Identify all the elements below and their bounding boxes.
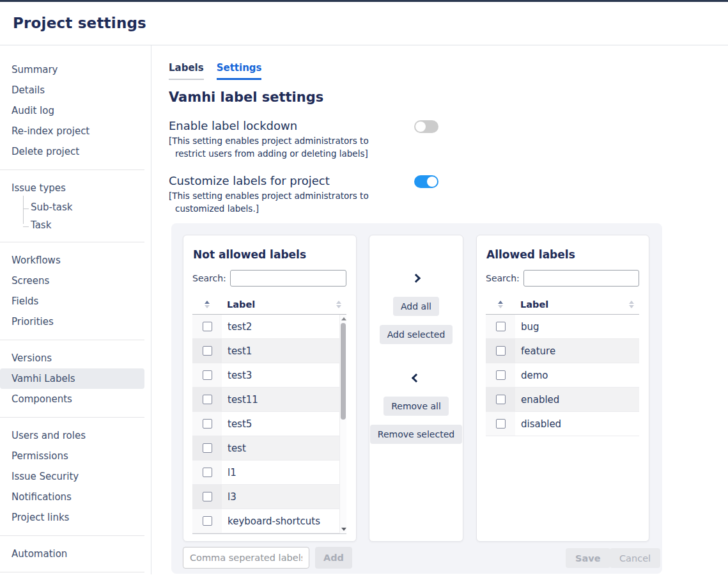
table-row[interactable]: demo	[486, 363, 639, 388]
sidebar-item-automation[interactable]: Automation	[0, 544, 151, 564]
scrollbar-up-arrow-icon[interactable]	[341, 317, 346, 320]
sidebar-item-reindex-project[interactable]: Re-index project	[0, 121, 151, 141]
panel-title: Not allowed labels	[193, 248, 346, 261]
add-all-button[interactable]: Add all	[393, 297, 439, 316]
sidebar-item-fields[interactable]: Fields	[0, 291, 151, 311]
chevron-right-icon	[412, 274, 421, 283]
tab-labels[interactable]: Labels	[169, 62, 204, 80]
label-column-sort-control[interactable]	[331, 301, 346, 308]
sort-arrows-icon	[629, 301, 634, 308]
checkbox-cell	[192, 436, 222, 460]
row-checkbox[interactable]	[203, 346, 212, 356]
sidebar-item-summary[interactable]: Summary	[0, 59, 151, 80]
sidebar-item-details[interactable]: Details	[0, 80, 151, 100]
row-label: keyboard-shortcuts	[222, 509, 339, 533]
sidebar-item-issue-security[interactable]: Issue Security	[0, 466, 151, 487]
row-label: test2	[222, 315, 339, 338]
sidebar-item-permissions[interactable]: Permissions	[0, 446, 151, 466]
row-checkbox[interactable]	[203, 322, 212, 331]
table-row[interactable]: test5	[192, 412, 339, 436]
sidebar-item-delete-project[interactable]: Delete project	[0, 141, 151, 162]
remove-selected-button[interactable]: Remove selected	[370, 425, 462, 444]
row-checkbox[interactable]	[203, 443, 212, 453]
sidebar-item-workflows[interactable]: Workflows	[0, 250, 151, 271]
sidebar-item-versions[interactable]: Versions	[0, 348, 151, 368]
checkbox-cell	[486, 339, 515, 363]
sidebar-divider	[0, 417, 144, 418]
tab-settings[interactable]: Settings	[217, 62, 262, 80]
toggle-knob	[415, 122, 426, 132]
row-label: l1	[222, 461, 339, 484]
panel-title: Allowed labels	[486, 248, 639, 261]
sidebar-divider	[0, 572, 144, 572]
row-checkbox[interactable]	[203, 370, 212, 380]
checkbox-cell	[486, 363, 515, 387]
table-row[interactable]: keyboard-shortcuts	[192, 509, 339, 533]
sidebar-item-audit-log[interactable]: Audit log	[0, 100, 151, 121]
customize-labels-toggle[interactable]	[414, 175, 438, 188]
sidebar-item-sub-task[interactable]: Sub-task	[0, 198, 151, 216]
checkbox-cell	[192, 363, 222, 387]
table-row[interactable]: l3	[192, 485, 339, 509]
row-checkbox[interactable]	[203, 492, 212, 501]
allowed-rows-area: bug feature	[486, 315, 639, 534]
row-checkbox[interactable]	[203, 395, 212, 404]
search-label: Search:	[486, 273, 520, 283]
sidebar-divider	[0, 169, 144, 170]
row-checkbox[interactable]	[496, 370, 506, 380]
row-label: test1	[222, 339, 339, 363]
table-row[interactable]: bug	[486, 315, 639, 339]
scrollbar-down-arrow-icon[interactable]	[341, 528, 346, 531]
table-row[interactable]: enabled	[486, 388, 639, 412]
sort-arrows-icon	[336, 301, 341, 308]
table-row[interactable]: test11	[192, 388, 339, 412]
sidebar-item-project-links[interactable]: Project links	[0, 507, 151, 528]
not-allowed-search-input[interactable]	[230, 270, 346, 287]
sidebar-item-task[interactable]: Task	[0, 216, 151, 234]
row-checkbox[interactable]	[496, 346, 506, 356]
sidebar-item-screens[interactable]: Screens	[0, 271, 151, 291]
checkbox-column-sort-control[interactable]	[486, 301, 515, 308]
save-button[interactable]: Save	[566, 548, 610, 568]
table-row[interactable]: feature	[486, 339, 639, 363]
table-row[interactable]: l1	[192, 461, 339, 485]
table-row[interactable]: test3	[192, 363, 339, 388]
sidebar-item-priorities[interactable]: Priorities	[0, 311, 151, 332]
row-label: feature	[515, 339, 639, 363]
section-title: Vamhi label settings	[169, 90, 728, 105]
row-checkbox[interactable]	[496, 395, 506, 404]
label-lockdown-toggle[interactable]	[414, 120, 438, 133]
cancel-button[interactable]: Cancel	[610, 548, 660, 568]
allowed-search-input[interactable]	[523, 270, 639, 287]
row-checkbox[interactable]	[203, 419, 212, 429]
label-transfer-container: Not allowed labels Search: Label	[171, 223, 662, 574]
main-content: Labels Settings Vamhi label settings Ena…	[151, 45, 728, 574]
row-label: test5	[222, 412, 339, 436]
checkbox-cell	[486, 315, 515, 338]
add-selected-button[interactable]: Add selected	[380, 325, 453, 344]
sidebar-item-notifications[interactable]: Notifications	[0, 487, 151, 507]
label-column-header[interactable]: Label	[222, 299, 331, 310]
remove-all-button[interactable]: Remove all	[383, 397, 449, 416]
sidebar-item-users-and-roles[interactable]: Users and roles	[0, 425, 151, 446]
comma-separated-labels-input[interactable]	[183, 547, 309, 569]
label-column-sort-control[interactable]	[624, 301, 639, 308]
table-row[interactable]: disabled	[486, 412, 639, 436]
table-row[interactable]: test2	[192, 315, 339, 339]
row-checkbox[interactable]	[203, 516, 212, 526]
label-column-header[interactable]: Label	[515, 299, 624, 310]
row-label: demo	[515, 363, 639, 387]
add-label-button[interactable]: Add	[315, 547, 352, 569]
row-label: bug	[515, 315, 639, 338]
row-label: disabled	[515, 412, 639, 436]
checkbox-column-sort-control[interactable]	[192, 301, 222, 308]
row-checkbox[interactable]	[496, 419, 506, 429]
row-checkbox[interactable]	[203, 468, 212, 477]
scrollbar-thumb[interactable]	[341, 323, 346, 420]
table-row[interactable]: test1	[192, 339, 339, 363]
sidebar-item-components[interactable]: Components	[0, 389, 151, 409]
checkbox-cell	[192, 315, 222, 338]
sidebar-item-vamhi-labels[interactable]: Vamhi Labels	[0, 368, 144, 389]
row-checkbox[interactable]	[496, 322, 506, 331]
table-row[interactable]: test	[192, 436, 339, 461]
